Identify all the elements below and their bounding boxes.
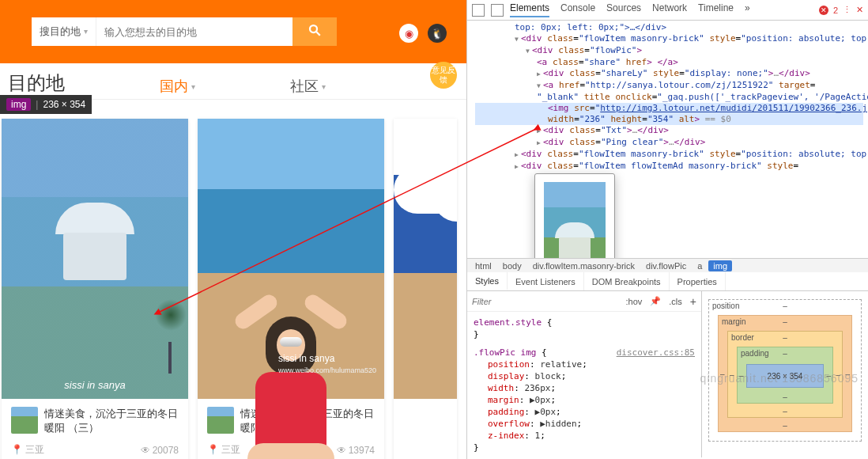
sub-tab-dom-breakpoints[interactable]: DOM Breakpoints [584, 272, 670, 290]
social-icons: ◉ 🐧 [399, 24, 447, 43]
elements-line[interactable]: <div class="shareLy" style="display: non… [475, 68, 863, 80]
image-watermark: sissi in sanya www.weibo.com/hulumama520 [278, 353, 376, 375]
chevron-down-icon: ▾ [84, 17, 88, 46]
card-thumbnail [207, 407, 234, 434]
chevron-down-icon: ▾ [322, 82, 326, 91]
tab-elements[interactable]: Elements [510, 2, 549, 17]
pin-icon[interactable]: 📌 [650, 296, 661, 306]
error-count: 2 [833, 6, 838, 15]
page-watermark: qingruanit.net 15386856095 [700, 372, 859, 385]
svg-point-0 [310, 25, 317, 32]
card-views: 20078 [153, 445, 179, 456]
weibo-icon[interactable]: ◉ [399, 24, 418, 43]
pin-icon: 📍 [11, 444, 23, 455]
styles-filter-bar: :hov 📌 .cls + [467, 291, 701, 312]
card-list: sissi in sanya 情迷美食，沉沦于三亚的冬日暖阳 （三） 📍三亚 👁… [0, 119, 459, 459]
elements-line[interactable]: top: 0px; left: 0px;">…</div> [475, 22, 863, 33]
elements-line[interactable]: <div class="flowItem flowItemAd masonry-… [475, 161, 863, 173]
card-location: 三亚 [25, 444, 44, 455]
crumb-item[interactable]: body [498, 260, 526, 271]
card-item[interactable]: 丝绸之千 [394, 119, 457, 459]
card-location: 三亚 [221, 444, 240, 455]
image-watermark: sissi in sanya [2, 379, 188, 391]
nav-domestic-label: 国内 [160, 77, 188, 96]
elements-line[interactable]: <div class="flowItem masonry-brick" styl… [475, 149, 863, 161]
elements-line[interactable]: <div class="flowPic"> [475, 45, 863, 57]
tab-timeline[interactable]: Timeline [698, 2, 734, 17]
nav-community[interactable]: 社区 ▾ [290, 77, 326, 96]
devtools-close-icon[interactable]: ✕ [856, 5, 863, 15]
elements-line[interactable]: <a href="http://sanya.lotour.com/zj/1251… [475, 80, 863, 92]
hov-toggle[interactable]: :hov [626, 297, 643, 306]
search-button[interactable] [292, 17, 337, 46]
elements-line[interactable]: "_blank" title onclick="_gaq.push(['_tra… [475, 92, 863, 103]
cls-toggle[interactable]: .cls [669, 297, 682, 306]
new-rule-icon[interactable]: + [690, 295, 696, 308]
eye-icon: 👁 [141, 445, 150, 456]
nav-destination[interactable]: 目的地 [8, 70, 65, 96]
eye-icon: 👁 [337, 445, 346, 456]
card-title: 情迷美食，沉沦于三亚的冬日暖阳 （三） [44, 407, 179, 435]
search-category-label: 搜目的地 [40, 17, 81, 46]
elements-line[interactable]: <a class="share" href> </a> [475, 57, 863, 68]
sub-tab-properties[interactable]: Properties [670, 272, 726, 290]
svg-line-1 [316, 32, 320, 36]
crumb-item[interactable]: div.flowPic [641, 260, 691, 271]
styles-pane: :hov 📌 .cls + element.style { } discover… [467, 291, 702, 457]
nav-domestic[interactable]: 国内 ▾ [160, 77, 195, 96]
crumb-item[interactable]: div.flowItem.masonry-brick [528, 260, 640, 271]
image-preview-popover: 236 × 354 pixels [534, 173, 615, 258]
tabs-more-icon[interactable]: » [745, 2, 750, 17]
card-views: 13974 [349, 445, 375, 456]
card-thumbnail [11, 407, 38, 434]
card-image: 丝绸之千 [394, 119, 457, 399]
header-bar: 搜目的地 ▾ ◉ 🐧 [0, 0, 466, 63]
element-inspect-tooltip: img | 236 × 354 [0, 95, 92, 114]
crumb-item[interactable]: html [470, 260, 496, 271]
elements-line-selected[interactable]: <img src="http://img3.lotour.net/mudidi/… [475, 103, 863, 114]
crumb-item-current[interactable]: img [708, 260, 732, 271]
elements-tree[interactable]: top: 0px; left: 0px;">…</div> <div class… [467, 21, 868, 258]
qq-icon[interactable]: 🐧 [428, 24, 447, 43]
pin-icon: 📍 [207, 444, 219, 455]
devtools-top-bar: Elements Console Sources Network Timelin… [467, 0, 868, 21]
sub-tab-event-listeners[interactable]: Event Listeners [508, 272, 584, 290]
devtools-menu-icon[interactable]: ⋮ [843, 5, 851, 15]
sub-tab-styles[interactable]: Styles [467, 272, 508, 290]
tab-network[interactable]: Network [652, 2, 687, 17]
feedback-bubble[interactable]: 意见反馈 [430, 62, 457, 89]
nav-community-label: 社区 [290, 77, 319, 96]
breadcrumb[interactable]: html body div.flowItem.masonry-brick div… [467, 258, 868, 272]
elements-line[interactable]: <div class="Txt">…</div> [475, 125, 863, 137]
tab-console[interactable]: Console [560, 2, 595, 17]
tooltip-separator: | [36, 99, 38, 110]
source-link[interactable]: discover.css:85 [617, 347, 695, 358]
search-input[interactable] [96, 17, 292, 46]
device-toggle-icon[interactable] [491, 4, 504, 17]
card-item[interactable]: sissi in sanya www.weibo.com/hulumama520… [198, 119, 384, 459]
tooltip-size: 236 × 354 [43, 99, 85, 110]
card-image-highlighted: sissi in sanya [2, 119, 188, 399]
tooltip-tag: img [6, 98, 31, 111]
search-icon [308, 23, 322, 41]
devtools-panel: Elements Console Sources Network Timelin… [466, 0, 868, 459]
page-left: 搜目的地 ▾ ◉ 🐧 目的地 国内 ▾ 社区 ▾ 意见反馈 img [0, 0, 466, 459]
search-category-select[interactable]: 搜目的地 ▾ [32, 17, 96, 46]
styles-rules[interactable]: element.style { } discover.css:85.flowPi… [467, 312, 701, 457]
styles-sub-tabs: Styles Event Listeners DOM Breakpoints P… [467, 272, 868, 291]
error-icon[interactable]: ✕ [819, 6, 828, 15]
elements-line-selected[interactable]: width="236" height="354" alt> == $0 [475, 114, 863, 125]
inspect-icon[interactable] [472, 4, 485, 17]
crumb-item[interactable]: a [693, 260, 707, 271]
search-group: 搜目的地 ▾ [32, 17, 435, 46]
tab-sources[interactable]: Sources [606, 2, 641, 17]
devtools-tabs: Elements Console Sources Network Timelin… [510, 2, 750, 17]
elements-line[interactable]: <div class="flowItem masonry-brick" styl… [475, 33, 863, 45]
card-image: sissi in sanya www.weibo.com/hulumama520 [198, 119, 384, 399]
styles-filter-input[interactable] [472, 297, 527, 306]
card-item[interactable]: sissi in sanya 情迷美食，沉沦于三亚的冬日暖阳 （三） 📍三亚 👁… [2, 119, 188, 459]
elements-line[interactable]: <div class="Ping clear">…</div> [475, 137, 863, 149]
chevron-down-icon: ▾ [191, 82, 195, 91]
